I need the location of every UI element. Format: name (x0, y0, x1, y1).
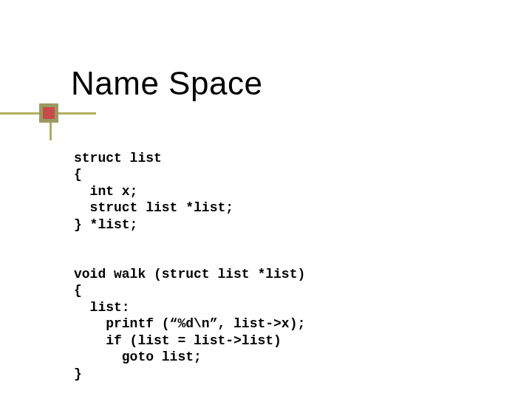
code-line: int x; (74, 184, 137, 199)
slide-title: Name Space (71, 65, 262, 102)
code-block: struct list { int x; struct list *list; … (74, 133, 305, 399)
code-line: list: (74, 300, 130, 315)
code-line: } *list; (74, 217, 137, 232)
code-line: goto list; (74, 349, 202, 364)
slide: Name Space struct list { int x; struct l… (0, 0, 532, 399)
code-line: struct list (74, 151, 162, 166)
code-blank-line (74, 233, 305, 249)
code-line: } (74, 366, 82, 381)
title-container: Name Space (71, 65, 262, 102)
code-line: if (list = list->list) (74, 333, 282, 348)
code-line: printf (“%d\n”, list->x); (74, 316, 305, 331)
code-line: { (74, 283, 82, 298)
code-line: void walk (struct list *list) (74, 267, 305, 282)
accent-square-inner (43, 107, 55, 119)
code-line: { (74, 167, 82, 182)
code-line: struct list *list; (74, 200, 233, 215)
